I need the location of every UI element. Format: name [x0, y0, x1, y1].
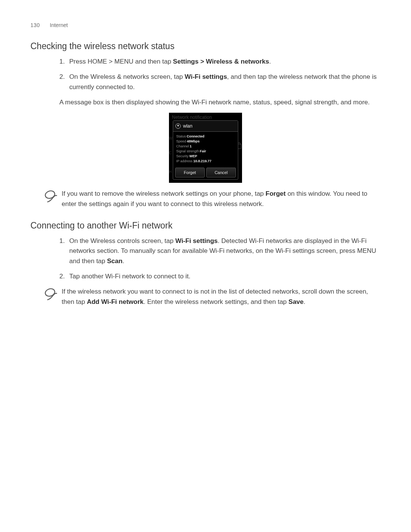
- bold: Forget: [266, 190, 286, 197]
- section-name: Internet: [50, 22, 68, 28]
- bold: Add Wi-Fi network: [87, 298, 143, 305]
- cancel-button[interactable]: Cancel: [206, 168, 236, 177]
- wifi-dialog: wlan StatusConnected Speed48Mbps Channel…: [173, 120, 238, 180]
- tip-text: If the wireless network you want to conn…: [62, 287, 381, 307]
- bg-glyph: H: [169, 170, 172, 174]
- section-heading-connect-another: Connecting to another Wi-Fi network: [30, 220, 381, 231]
- step-item: On the Wireless controls screen, tap Wi-…: [59, 236, 381, 266]
- tip-text: If you want to remove the wireless netwo…: [62, 189, 381, 209]
- page-header: 130 Internet: [30, 22, 381, 28]
- text: .: [304, 298, 306, 305]
- magnifier-tip-icon: [43, 189, 58, 203]
- row-security: SecurityWEP: [176, 154, 235, 159]
- magnifier-tip-icon: [43, 287, 58, 301]
- svg-point-1: [44, 288, 56, 298]
- text: .: [123, 257, 124, 265]
- text: . Enter the wireless network settings, a…: [143, 298, 288, 305]
- text: .: [269, 58, 271, 65]
- row-channel: Channel1: [176, 144, 235, 149]
- dialog-title: wlan: [173, 121, 238, 132]
- bold: Wi-Fi settings: [185, 73, 227, 80]
- section-heading-check-status: Checking the wireless network status: [30, 41, 381, 51]
- bg-label: Network notification: [172, 115, 212, 120]
- dialog-buttons: Forget Cancel: [175, 168, 236, 177]
- tip: If you want to remove the wireless netwo…: [43, 189, 381, 209]
- bold: Scan: [107, 257, 123, 265]
- text: On the Wireless & networks screen, tap: [69, 73, 185, 80]
- bold: Settings > Wireless & networks: [173, 58, 269, 65]
- bg-glyph: C: [169, 151, 172, 155]
- row-signal: Signal strengthFair: [176, 149, 235, 154]
- step-item: On the Wireless & networks screen, tap W…: [59, 72, 381, 92]
- text: Press HOME > MENU and then tap: [69, 58, 173, 65]
- row-status: StatusConnected: [176, 134, 235, 139]
- dialog-body: StatusConnected Speed48Mbps Channel1 Sig…: [173, 132, 238, 165]
- bold: Wi-Fi settings: [175, 237, 218, 244]
- bg-glyph: W: [169, 136, 172, 141]
- phone-screenshot: Network notification W C H wlan StatusCo…: [169, 113, 242, 183]
- steps-connect-another: On the Wireless controls screen, tap Wi-…: [59, 236, 381, 281]
- row-speed: Speed48Mbps: [176, 139, 235, 144]
- bold: Save: [288, 298, 304, 305]
- text: On the Wireless controls screen, tap: [69, 237, 175, 244]
- row-ip: IP address10.8.219.77: [176, 159, 235, 164]
- text: Tap another Wi-Fi network to connect to …: [69, 273, 190, 280]
- svg-point-0: [44, 190, 56, 200]
- paragraph: A message box is then displayed showing …: [59, 97, 381, 107]
- step-item: Press HOME > MENU and then tap Settings …: [59, 57, 381, 67]
- dialog-title-text: wlan: [183, 123, 193, 129]
- forget-button[interactable]: Forget: [175, 168, 205, 177]
- step-item: Tap another Wi-Fi network to connect to …: [59, 272, 381, 281]
- tip: If the wireless network you want to conn…: [43, 287, 381, 307]
- page-number: 130: [30, 22, 40, 28]
- wifi-status-icon: [175, 123, 181, 129]
- steps-check-status: Press HOME > MENU and then tap Settings …: [59, 57, 381, 92]
- text: If you want to remove the wireless netwo…: [62, 190, 266, 197]
- page: 130 Internet Checking the wireless netwo…: [0, 0, 411, 532]
